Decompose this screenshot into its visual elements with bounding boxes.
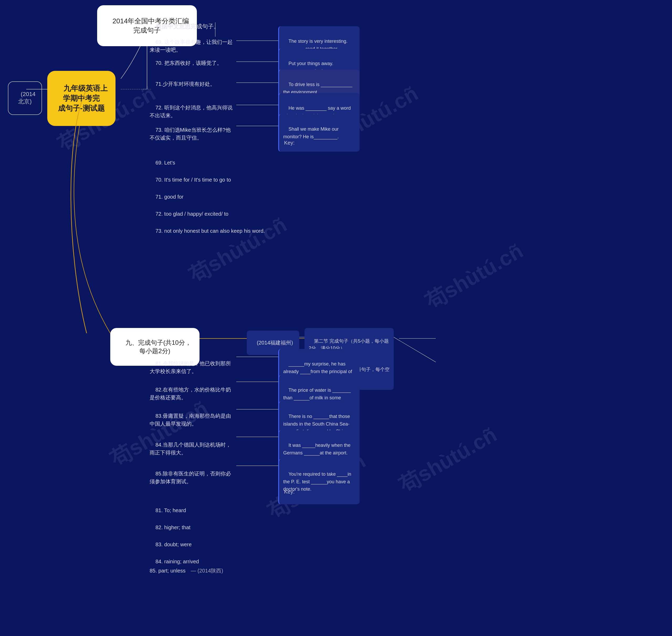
key-73: 73. not only honest but can also keep hi… — [150, 219, 281, 243]
mind-map: 苟shùtú.cñ 苟shùtú.cñ 苟shùtú.cñ 苟shùtú.cñ … — [0, 0, 672, 636]
svg-line-18 — [394, 337, 436, 362]
watermark-4: 苟shùtú.cñ — [420, 237, 529, 316]
question-70: 70. 把东西收好，该睡觉了。 — [150, 51, 234, 75]
year-node: (2014北京) — [8, 81, 42, 115]
root-node: 九年级英语上学期中考完 成句子-测试题 — [47, 71, 115, 126]
watermark-7: 苟shùtú.cñ — [394, 421, 502, 500]
question-71: 71.少开车对环境有好处。 — [150, 72, 234, 96]
key-fuzhou-85: 85. part; unless — (2014陕西) — [150, 567, 281, 575]
question-73: 73. 咱们选Mike当班长怎么样?他不仅诚实，而且守信。 — [150, 118, 234, 150]
question-84: 84.当那几个德国人到达机场时，雨正下得很大。 — [150, 433, 234, 464]
question-85: 85.除非有医生的证明，否则你必须参加体育测试。 — [150, 462, 234, 493]
top-section-label: 根据中文意思完成句子。 — [156, 23, 219, 29]
answer-85-key: Key: — [278, 483, 331, 501]
year-label: (2014北京) — [18, 91, 35, 105]
root-label: 九年级英语上学期中考完 成句子-测试题 — [58, 84, 107, 112]
question-83: 83.毋庸置疑，南海那些岛屿是由中国人最早发现的。 — [150, 404, 234, 436]
answer-73-key: Key: — [278, 134, 331, 152]
